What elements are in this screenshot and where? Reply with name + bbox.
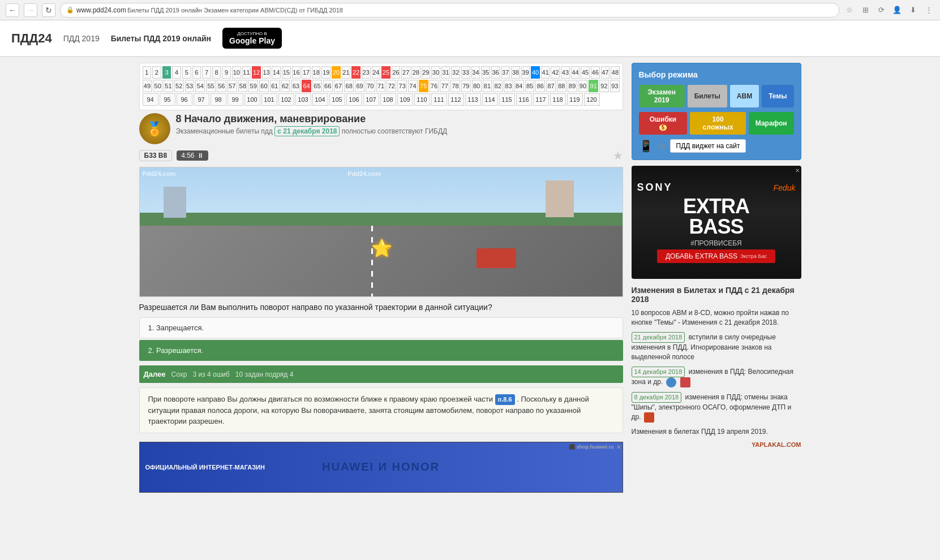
- ticket-num-82[interactable]: 82: [493, 80, 503, 92]
- forward-button[interactable]: →: [24, 3, 37, 17]
- ticket-num-110[interactable]: 110: [414, 93, 430, 106]
- ticket-num-8[interactable]: 8: [212, 66, 221, 79]
- ticket-num-75[interactable]: 75: [419, 80, 428, 92]
- answer-option-2[interactable]: 2. Разрешается.: [139, 340, 623, 361]
- favorite-star[interactable]: ★: [613, 149, 623, 162]
- ticket-num-95[interactable]: 95: [160, 93, 175, 106]
- ticket-num-104[interactable]: 104: [312, 93, 328, 106]
- ticket-num-83[interactable]: 83: [504, 80, 513, 92]
- mode-exam-2019[interactable]: Экзамен 2019: [639, 85, 685, 107]
- ticket-num-111[interactable]: 111: [431, 93, 447, 106]
- ticket-num-113[interactable]: 113: [465, 93, 481, 106]
- ticket-num-39[interactable]: 39: [521, 66, 530, 79]
- ticket-num-77[interactable]: 77: [440, 80, 449, 92]
- ticket-num-26[interactable]: 26: [392, 66, 401, 79]
- nav-link-tickets[interactable]: Билеты ПДД 2019 онлайн: [111, 34, 211, 43]
- ticket-num-112[interactable]: 112: [448, 93, 464, 106]
- back-button[interactable]: ←: [6, 3, 19, 17]
- account-icon[interactable]: 👤: [891, 5, 903, 16]
- widget-button[interactable]: ПДД виджет на сайт: [670, 139, 746, 153]
- mode-100-hard[interactable]: 100 сложных: [690, 112, 745, 135]
- star-icon[interactable]: ☆: [844, 5, 855, 16]
- ticket-num-16[interactable]: 16: [292, 66, 301, 79]
- add-extra-bass-button[interactable]: ДОБАВЬ EXTRA BASS Экстра Бас: [657, 249, 775, 263]
- ticket-num-19[interactable]: 19: [321, 66, 330, 79]
- ticket-num-72[interactable]: 72: [387, 80, 396, 92]
- ticket-num-23[interactable]: 23: [362, 66, 371, 79]
- ticket-num-53[interactable]: 53: [185, 80, 195, 92]
- ticket-num-86[interactable]: 86: [535, 80, 545, 92]
- ticket-num-85[interactable]: 85: [525, 80, 535, 92]
- ticket-num-114[interactable]: 114: [482, 93, 498, 106]
- ticket-num-14[interactable]: 14: [272, 66, 281, 79]
- ticket-num-69[interactable]: 69: [355, 80, 364, 92]
- ticket-num-11[interactable]: 11: [242, 66, 251, 79]
- ticket-num-5[interactable]: 5: [182, 66, 191, 79]
- next-button[interactable]: Далее: [144, 370, 166, 378]
- ticket-num-78[interactable]: 78: [450, 80, 460, 92]
- ticket-num-63[interactable]: 63: [291, 80, 301, 92]
- ticket-num-71[interactable]: 71: [376, 80, 386, 92]
- ticket-num-117[interactable]: 117: [533, 93, 549, 106]
- ad-x-close[interactable]: ✕: [795, 167, 800, 174]
- ticket-num-84[interactable]: 84: [514, 80, 524, 92]
- ticket-num-81[interactable]: 81: [483, 80, 492, 92]
- menu-icon[interactable]: ⋮: [923, 5, 934, 16]
- ticket-num-68[interactable]: 68: [344, 80, 354, 92]
- ticket-num-41[interactable]: 41: [541, 66, 550, 79]
- ticket-num-40[interactable]: 40: [531, 66, 540, 79]
- nav-link-pdd2019[interactable]: ПДД 2019: [63, 34, 100, 43]
- ticket-num-96[interactable]: 96: [177, 93, 192, 106]
- ticket-num-105[interactable]: 105: [329, 93, 345, 106]
- ticket-num-17[interactable]: 17: [302, 66, 311, 79]
- ticket-num-42[interactable]: 42: [551, 66, 560, 79]
- ticket-num-48[interactable]: 48: [611, 66, 620, 79]
- ticket-num-91[interactable]: 91: [589, 80, 598, 92]
- ticket-num-109[interactable]: 109: [397, 93, 413, 106]
- ticket-num-9[interactable]: 9: [222, 66, 231, 79]
- ticket-num-61[interactable]: 61: [270, 80, 280, 92]
- ticket-num-97[interactable]: 97: [194, 93, 209, 106]
- ticket-num-46[interactable]: 46: [591, 66, 600, 79]
- ticket-num-29[interactable]: 29: [422, 66, 431, 79]
- address-bar[interactable]: 🔒 www.pdd24.com Билеты ПДД 2019 онлайн Э…: [60, 3, 839, 18]
- ticket-num-120[interactable]: 120: [584, 93, 600, 106]
- ticket-num-73[interactable]: 73: [397, 80, 407, 92]
- ticket-num-31[interactable]: 31: [441, 66, 450, 79]
- ticket-num-103[interactable]: 103: [295, 93, 311, 106]
- ticket-num-4[interactable]: 4: [172, 66, 181, 79]
- ticket-num-98[interactable]: 98: [211, 93, 226, 106]
- ticket-num-27[interactable]: 27: [401, 66, 410, 79]
- ticket-num-62[interactable]: 62: [281, 80, 290, 92]
- ticket-num-99[interactable]: 99: [228, 93, 243, 106]
- mode-topics[interactable]: Темы: [762, 85, 793, 107]
- ticket-num-13[interactable]: 13: [262, 66, 271, 79]
- ticket-num-2[interactable]: 2: [152, 66, 161, 79]
- ticket-num-116[interactable]: 116: [516, 93, 532, 106]
- ticket-num-52[interactable]: 52: [174, 80, 184, 92]
- ticket-num-108[interactable]: 108: [380, 93, 396, 106]
- ticket-num-7[interactable]: 7: [202, 66, 211, 79]
- ticket-num-47[interactable]: 47: [601, 66, 610, 79]
- ticket-num-3[interactable]: 3: [162, 66, 171, 79]
- ticket-num-6[interactable]: 6: [192, 66, 201, 79]
- ticket-num-88[interactable]: 88: [557, 80, 566, 92]
- ticket-num-30[interactable]: 30: [431, 66, 440, 79]
- ticket-num-100[interactable]: 100: [244, 93, 260, 106]
- ticket-num-66[interactable]: 66: [323, 80, 333, 92]
- ticket-num-102[interactable]: 102: [278, 93, 294, 106]
- ticket-num-12[interactable]: 12: [252, 66, 261, 79]
- ticket-num-65[interactable]: 65: [312, 80, 322, 92]
- ticket-num-33[interactable]: 33: [461, 66, 470, 79]
- ticket-num-59[interactable]: 59: [248, 80, 258, 92]
- google-play-button[interactable]: ДОСТУПНО В Google Play: [222, 28, 282, 49]
- ticket-num-119[interactable]: 119: [567, 93, 583, 106]
- mode-tickets[interactable]: Билеты: [688, 85, 727, 107]
- ticket-num-92[interactable]: 92: [599, 80, 609, 92]
- ticket-num-32[interactable]: 32: [451, 66, 460, 79]
- extension-icon[interactable]: ⊞: [860, 5, 871, 16]
- ticket-num-107[interactable]: 107: [363, 93, 379, 106]
- ticket-num-38[interactable]: 38: [511, 66, 520, 79]
- ticket-num-70[interactable]: 70: [366, 80, 375, 92]
- ticket-num-35[interactable]: 35: [481, 66, 490, 79]
